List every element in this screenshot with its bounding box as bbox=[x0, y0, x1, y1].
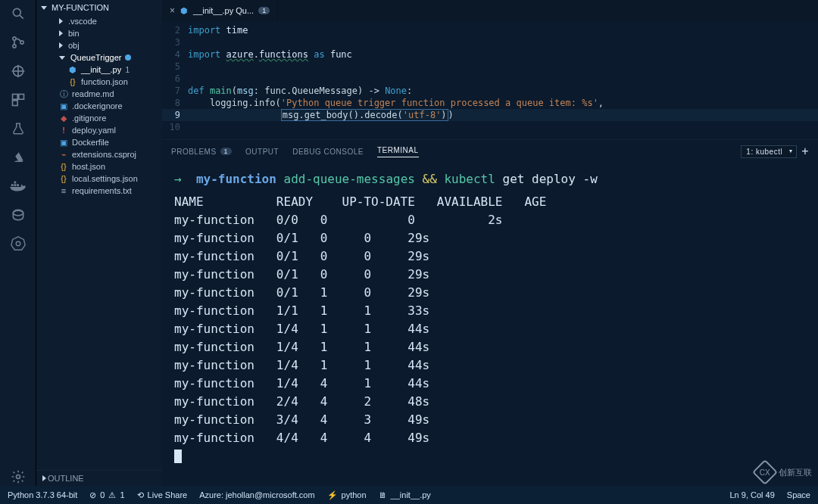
zap-icon: ⚡ bbox=[327, 490, 338, 500]
table-row: my-function 1/1 1 1 33s bbox=[174, 302, 806, 320]
panel-tab-debug-console[interactable]: DEBUG CONSOLE bbox=[292, 146, 364, 157]
tab-label: __init__.py Qu... bbox=[193, 6, 254, 15]
tree-item-extensions-csproj[interactable]: ⌁extensions.csproj bbox=[36, 148, 162, 160]
svg-point-3 bbox=[12, 45, 15, 48]
svg-point-4 bbox=[20, 41, 23, 44]
code-line[interactable]: 8 logging.info('Python queue trigger fun… bbox=[162, 97, 818, 109]
container-icon[interactable] bbox=[9, 206, 27, 224]
table-row: my-function 3/4 4 3 49s bbox=[174, 411, 806, 429]
terminal-selector[interactable]: 1: kubectl bbox=[741, 145, 797, 158]
table-row: my-function 4/4 4 4 49s bbox=[174, 429, 806, 447]
code-line[interactable]: 5 bbox=[162, 61, 818, 73]
svg-point-19 bbox=[16, 475, 20, 479]
svg-rect-13 bbox=[14, 184, 16, 186]
watermark-text: 创新互联 bbox=[779, 467, 812, 478]
tab-problem-badge: 1 bbox=[258, 7, 270, 14]
code-editor[interactable]: 2import time34import azure.functions as … bbox=[162, 21, 818, 139]
tree-item-obj[interactable]: obj bbox=[36, 39, 162, 51]
svg-line-1 bbox=[20, 15, 23, 19]
search-icon[interactable] bbox=[9, 5, 27, 23]
terminal[interactable]: → my-function add-queue-messages && kube… bbox=[162, 163, 818, 486]
code-line[interactable]: 2import time bbox=[162, 24, 818, 36]
settings-gear-icon[interactable] bbox=[9, 468, 27, 486]
panel-tabs: PROBLEMS1OUTPUTDEBUG CONSOLETERMINAL 1: … bbox=[162, 140, 818, 163]
panel-tab-problems[interactable]: PROBLEMS1 bbox=[171, 146, 232, 157]
status-problems[interactable]: ⊘0 ⚠1 bbox=[89, 490, 124, 500]
outline-section[interactable]: OUTLINE bbox=[36, 470, 162, 486]
beaker-icon[interactable] bbox=[9, 120, 27, 138]
azure-icon[interactable] bbox=[9, 148, 27, 166]
svg-rect-14 bbox=[17, 184, 19, 186]
watermark-logo-icon: CX bbox=[752, 459, 778, 485]
table-row: my-function 2/4 4 2 48s bbox=[174, 393, 806, 411]
python-icon: ⬢ bbox=[180, 6, 189, 15]
table-row: my-function 0/0 0 0 2s bbox=[174, 211, 806, 229]
table-row: my-function 0/1 1 0 29s bbox=[174, 284, 806, 302]
editor-tabs: × ⬢ __init__.py Qu... 1 bbox=[162, 0, 818, 21]
project-root[interactable]: MY-FUNCTION bbox=[36, 0, 162, 15]
kubernetes-icon[interactable] bbox=[9, 235, 27, 253]
tree-item--init-py[interactable]: ⬢__init__.py 1 bbox=[36, 64, 162, 76]
tree-item--gitignore[interactable]: ◆.gitignore bbox=[36, 112, 162, 124]
watermark: CX 创新互联 bbox=[756, 463, 812, 481]
tree-item-local-settings-json[interactable]: {}local.settings.json bbox=[36, 173, 162, 185]
terminal-prompt: → my-function add-queue-messages && kube… bbox=[174, 170, 806, 188]
broadcast-icon: ⟲ bbox=[137, 490, 144, 500]
status-liveshare[interactable]: ⟲Live Share bbox=[137, 490, 188, 500]
extensions-icon[interactable] bbox=[9, 91, 27, 109]
source-control-icon[interactable] bbox=[9, 33, 27, 51]
status-indent[interactable]: Space bbox=[787, 490, 810, 499]
panel-tab-output[interactable]: OUTPUT bbox=[245, 146, 279, 157]
tree-item-requirements-txt[interactable]: ≡requirements.txt bbox=[36, 185, 162, 197]
svg-rect-8 bbox=[12, 95, 17, 100]
svg-point-18 bbox=[16, 241, 20, 246]
code-line[interactable]: 4import azure.functions as func bbox=[162, 48, 818, 61]
status-python-version[interactable]: Python 3.7.3 64-bit bbox=[8, 490, 77, 499]
code-line[interactable]: 9 msg.get_body().decode('utf-8')) bbox=[162, 109, 818, 121]
svg-point-0 bbox=[13, 8, 20, 16]
status-bar: Python 3.7.3 64-bit ⊘0 ⚠1 ⟲Live Share Az… bbox=[0, 486, 818, 504]
table-row: my-function 0/1 0 0 29s bbox=[174, 229, 806, 247]
code-line[interactable]: 7def main(msg: func.QueueMessage) -> Non… bbox=[162, 85, 818, 97]
status-file[interactable]: 🗎__init__.py bbox=[379, 490, 431, 499]
problem-count-badge: 1 bbox=[220, 148, 233, 155]
tree-item-function-json[interactable]: {}function.json bbox=[36, 76, 162, 88]
svg-point-2 bbox=[12, 37, 15, 40]
tab-init-py[interactable]: × ⬢ __init__.py Qu... 1 bbox=[162, 0, 278, 21]
table-row: my-function 1/4 1 1 44s bbox=[174, 356, 806, 375]
table-header: NAME READY UP-TO-DATE AVAILABLE AGE bbox=[174, 193, 806, 211]
warning-icon: ⚠ bbox=[108, 490, 116, 500]
svg-rect-9 bbox=[18, 95, 23, 100]
tree-item-dockerfile[interactable]: ▣Dockerfile bbox=[36, 136, 162, 148]
table-row: my-function 0/1 0 0 29s bbox=[174, 266, 806, 284]
tree-item-deploy-yaml[interactable]: !deploy.yaml bbox=[36, 124, 162, 136]
table-row: my-function 1/4 1 1 44s bbox=[174, 320, 806, 338]
svg-rect-12 bbox=[11, 184, 13, 186]
panel-tab-terminal[interactable]: TERMINAL bbox=[377, 146, 419, 157]
error-icon: ⊘ bbox=[89, 490, 96, 500]
code-line[interactable]: 3 bbox=[162, 36, 818, 48]
modified-dot-icon bbox=[125, 54, 131, 61]
code-line[interactable]: 10 bbox=[162, 121, 818, 133]
tree-item-host-json[interactable]: {}host.json bbox=[36, 160, 162, 173]
close-icon[interactable]: × bbox=[170, 5, 175, 16]
tree-item-queuetrigger[interactable]: QueueTrigger bbox=[36, 51, 162, 64]
docker-brand-icon[interactable] bbox=[9, 177, 27, 195]
svg-rect-10 bbox=[12, 101, 17, 106]
status-language[interactable]: ⚡python bbox=[327, 490, 367, 500]
status-cursor-pos[interactable]: Ln 9, Col 49 bbox=[729, 490, 774, 499]
sidebar-explorer: MY-FUNCTION .vscodebinobjQueueTrigger ⬢_… bbox=[36, 0, 162, 486]
svg-marker-17 bbox=[11, 237, 24, 250]
status-azure-account[interactable]: Azure: jehollan@microsoft.com bbox=[199, 490, 314, 499]
new-terminal-button[interactable]: + bbox=[801, 145, 809, 158]
debug-icon[interactable] bbox=[9, 62, 27, 80]
file-icon: 🗎 bbox=[379, 490, 387, 499]
tree-item--dockerignore[interactable]: ▣.dockerignore bbox=[36, 100, 162, 112]
project-name: MY-FUNCTION bbox=[52, 3, 109, 12]
tree-item--vscode[interactable]: .vscode bbox=[36, 15, 162, 27]
table-row: my-function 1/4 1 1 44s bbox=[174, 338, 806, 356]
svg-rect-15 bbox=[14, 182, 16, 184]
code-line[interactable]: 6 bbox=[162, 73, 818, 85]
tree-item-bin[interactable]: bin bbox=[36, 27, 162, 39]
tree-item-readme-md[interactable]: ⓘreadme.md bbox=[36, 88, 162, 100]
